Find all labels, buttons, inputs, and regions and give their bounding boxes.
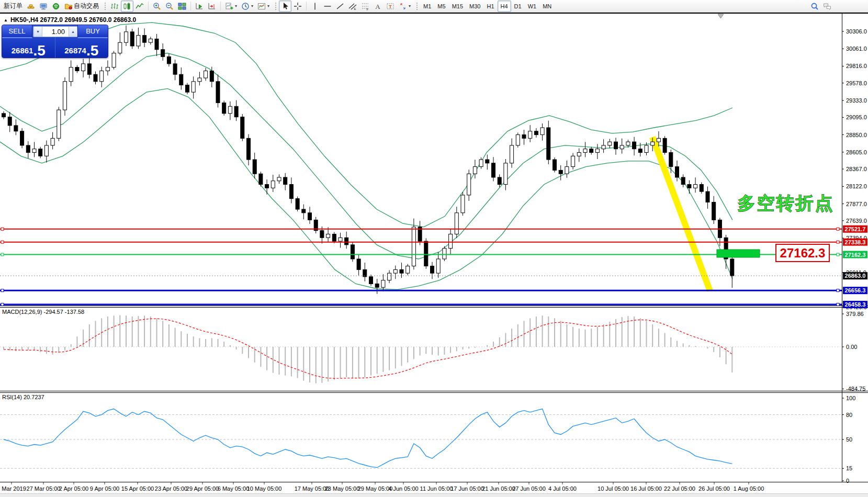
tf-m15-button[interactable]: M15 xyxy=(449,1,466,12)
candle xyxy=(694,185,697,188)
line-handle[interactable] xyxy=(837,228,839,230)
label-button[interactable]: T xyxy=(384,1,397,12)
tf-h4-button[interactable]: H4 xyxy=(498,1,511,12)
channel-button[interactable]: E xyxy=(346,1,359,12)
chart-area[interactable]: 30306.030061.029816.029578.029333.029095… xyxy=(0,0,868,497)
chart-shift-button[interactable] xyxy=(206,1,218,12)
volume-increase-button[interactable]: ▲ xyxy=(69,27,77,37)
candle xyxy=(540,128,544,135)
market-watch-button[interactable] xyxy=(37,1,50,12)
vertical-line-button[interactable] xyxy=(309,1,321,12)
candle xyxy=(590,149,593,153)
indicators-button[interactable]: ▾ xyxy=(223,1,239,12)
volume-decrease-button[interactable]: ▼ xyxy=(33,27,42,37)
line-handle[interactable] xyxy=(837,289,839,292)
bars-icon xyxy=(110,2,119,10)
candle xyxy=(730,259,734,276)
dropdown-arrow-icon[interactable]: ▾ xyxy=(251,4,253,8)
zoom-in-button[interactable] xyxy=(151,1,163,12)
line-handle[interactable] xyxy=(837,253,839,256)
line-handle[interactable] xyxy=(1,241,4,243)
zoom-out-button[interactable] xyxy=(163,1,176,12)
bar-chart-button[interactable] xyxy=(108,1,121,12)
candle xyxy=(583,149,587,153)
price-axis[interactable] xyxy=(842,14,868,482)
crosshair-button[interactable] xyxy=(291,1,304,12)
signal-icon xyxy=(52,2,60,10)
tf-mn-button[interactable]: MN xyxy=(539,1,555,12)
buy-price[interactable]: 26874 .5 xyxy=(55,37,108,58)
horizontal-line-button[interactable] xyxy=(321,1,334,12)
tf-m30-button[interactable]: M30 xyxy=(466,1,483,12)
line-handle[interactable] xyxy=(1,228,4,230)
tf-w1-button[interactable]: W1 xyxy=(525,1,540,12)
zoomout-icon xyxy=(165,2,174,10)
tile-windows-button[interactable] xyxy=(176,1,188,12)
line-handle[interactable] xyxy=(837,241,839,243)
dropdown-arrow-icon[interactable]: ▾ xyxy=(409,4,411,8)
new-order-button[interactable]: 新订单 xyxy=(2,1,25,12)
collapse-icon[interactable]: ▲ xyxy=(4,18,8,22)
tf-d1-button[interactable]: D1 xyxy=(511,1,525,12)
candle xyxy=(259,174,263,184)
time-axis[interactable] xyxy=(0,482,842,493)
tf-h1-button[interactable]: H1 xyxy=(483,1,497,12)
gold-chart-button[interactable] xyxy=(25,1,37,12)
rsi-indicator-label: RSI(14) 20.7237 xyxy=(2,394,44,400)
toolbar-grip[interactable] xyxy=(104,2,106,10)
candle xyxy=(577,152,581,156)
line-handle[interactable] xyxy=(837,303,839,306)
candle xyxy=(357,259,360,269)
candle xyxy=(633,142,636,149)
candle xyxy=(687,185,691,188)
dropdown-arrow-icon[interactable]: ▾ xyxy=(235,4,237,8)
toolbar-grip[interactable] xyxy=(275,2,277,10)
candle xyxy=(167,57,171,64)
candle xyxy=(400,269,403,273)
price-callout-box[interactable]: 27162.3 xyxy=(775,244,830,262)
candle xyxy=(191,82,195,92)
turning-point-annotation[interactable]: 多空转折点 xyxy=(738,193,835,213)
autotrade-button-label: 自动交易 xyxy=(74,2,99,10)
line-chart-button[interactable] xyxy=(133,1,146,12)
auto-scroll-button[interactable] xyxy=(193,1,206,12)
buy-button[interactable]: BUY xyxy=(77,25,108,38)
line-handle[interactable] xyxy=(1,289,4,292)
volume-value[interactable]: 1.00 xyxy=(42,27,69,37)
sell-price[interactable]: 26861 .5 xyxy=(2,37,55,58)
tf-m1-button-label: M1 xyxy=(423,3,431,9)
candle xyxy=(443,249,446,259)
search-button[interactable] xyxy=(808,1,821,12)
tf-m1-button[interactable]: M1 xyxy=(420,1,434,12)
sell-button[interactable]: SELL xyxy=(2,25,32,38)
support-zone-rect[interactable] xyxy=(717,250,760,257)
trendline-button[interactable] xyxy=(334,1,346,12)
chat-button[interactable] xyxy=(821,1,833,12)
signals-button[interactable] xyxy=(50,1,62,12)
rsi-pane xyxy=(4,409,732,468)
cursor-icon xyxy=(281,2,289,10)
autotrade-button[interactable]: 自动交易 xyxy=(62,1,101,12)
fibonacci-button[interactable]: F xyxy=(359,1,371,12)
toolbar-grip[interactable] xyxy=(416,2,418,10)
autotrade-icon xyxy=(64,2,73,10)
templates-button[interactable]: ▾ xyxy=(255,1,272,12)
svg-text:F: F xyxy=(367,7,369,10)
chartshift-icon xyxy=(208,2,216,10)
text-button[interactable]: A xyxy=(371,1,384,12)
dropdown-arrow-icon[interactable]: ▾ xyxy=(267,4,269,8)
linechart-icon xyxy=(136,2,144,10)
candlestick-series xyxy=(2,26,734,294)
quote-prices: 26861 .5 26874 .5 xyxy=(2,37,108,58)
candlestick-chart-button[interactable] xyxy=(121,1,133,12)
svg-text:E: E xyxy=(354,7,356,10)
periods-button[interactable]: ▾ xyxy=(239,1,255,12)
tf-m5-button[interactable]: M5 xyxy=(434,1,448,12)
chart-shift-marker[interactable] xyxy=(718,14,724,18)
line-handle[interactable] xyxy=(1,253,4,256)
arrows-button[interactable]: ▾ xyxy=(397,1,413,12)
cursor-button[interactable] xyxy=(279,1,291,12)
line-handle[interactable] xyxy=(1,303,4,306)
template-icon xyxy=(257,2,266,10)
trendline-icon xyxy=(336,2,344,10)
